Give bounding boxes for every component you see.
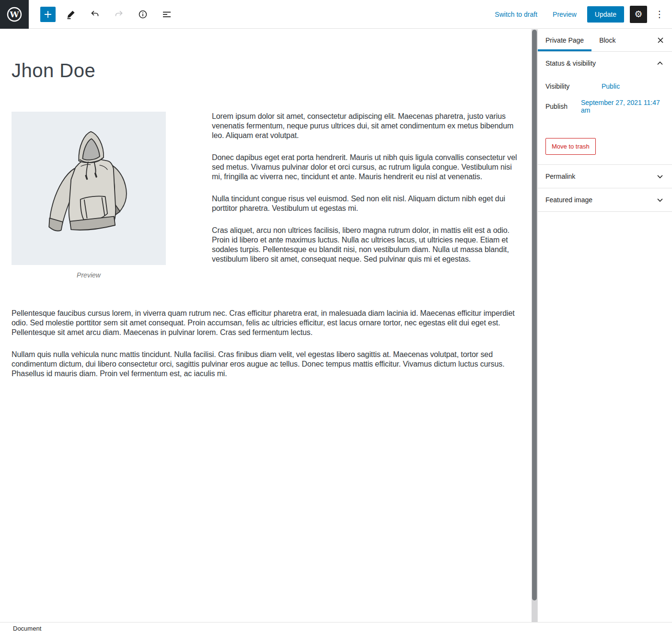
visibility-value-button[interactable]: Public <box>602 81 620 91</box>
settings-sidebar: Private Page Block Status & visibility V… <box>537 29 672 622</box>
paragraph-block[interactable]: Pellentesque faucibus cursus lorem, in v… <box>12 309 522 337</box>
editor-scrollbar-thumb[interactable] <box>532 30 537 600</box>
list-view-button[interactable] <box>158 6 175 23</box>
panel-title: Featured image <box>545 196 592 204</box>
edit-mode-button[interactable] <box>62 6 80 23</box>
media-text-row: Preview Lorem ipsum dolor sit amet, cons… <box>12 112 520 279</box>
close-sidebar-button[interactable] <box>649 29 672 51</box>
status-visibility-body: Visibility Public Publish September 27, … <box>538 78 672 164</box>
switch-to-draft-button[interactable]: Switch to draft <box>490 8 542 21</box>
undo-icon <box>90 9 100 20</box>
publish-date-button[interactable]: September 27, 2021 11:47 am <box>581 98 664 115</box>
move-to-trash-button[interactable]: Move to trash <box>545 138 596 155</box>
panel-title: Status & visibility <box>545 59 596 67</box>
wordpress-logo-icon: W <box>6 6 23 23</box>
image-caption[interactable]: Preview <box>12 271 166 279</box>
undo-button[interactable] <box>86 6 104 23</box>
paragraph-block[interactable]: Cras aliquet, arcu non ultrices facilisi… <box>212 226 520 264</box>
permalink-toggle[interactable]: Permalink <box>538 165 672 188</box>
hoodie-sketch <box>34 126 144 251</box>
add-block-button[interactable] <box>40 7 56 22</box>
featured-image-toggle[interactable]: Featured image <box>538 188 672 211</box>
paragraph-block[interactable]: Lorem ipsum dolor sit amet, consectetur … <box>212 112 520 140</box>
document-breadcrumb[interactable]: Document <box>13 625 41 632</box>
chevron-down-icon <box>656 172 664 181</box>
plus-icon <box>43 10 53 19</box>
full-width-text: Pellentesque faucibus cursus lorem, in v… <box>12 309 522 379</box>
more-options-button[interactable]: ⋮ <box>653 6 666 23</box>
publish-row: Publish September 27, 2021 11:47 am <box>545 98 664 115</box>
featured-image-panel: Featured image <box>538 188 672 212</box>
redo-icon <box>114 9 124 20</box>
details-button[interactable] <box>134 6 151 23</box>
permalink-panel: Permalink <box>538 165 672 188</box>
toolbar-left <box>40 6 175 23</box>
post-title-field[interactable]: Jhon Doe <box>12 60 520 81</box>
editor-top-bar: W <box>0 0 672 29</box>
tab-block[interactable]: Block <box>591 29 623 51</box>
svg-text:W: W <box>9 10 19 19</box>
chevron-down-icon <box>656 196 664 204</box>
pencil-icon <box>66 9 76 20</box>
status-visibility-panel: Status & visibility Visibility Public Pu… <box>538 52 672 165</box>
update-button[interactable]: Update <box>587 6 624 23</box>
panel-title: Permalink <box>545 173 575 180</box>
editor-scrollbar-track[interactable] <box>532 29 537 622</box>
paragraph-block[interactable]: Nullam quis nulla vehicula nunc mattis t… <box>12 350 522 379</box>
paragraph-block[interactable]: Donec dapibus eget erat porta hendrerit.… <box>212 153 520 182</box>
toolbar-right: Switch to draft Preview Update ⚙ ⋮ <box>490 6 672 23</box>
tab-private-page[interactable]: Private Page <box>538 29 591 51</box>
paragraph-block[interactable]: Nulla tincidunt congue risus vel euismod… <box>212 194 520 213</box>
publish-label: Publish <box>545 103 581 110</box>
wordpress-logo[interactable]: W <box>0 0 29 29</box>
preview-button[interactable]: Preview <box>548 8 581 21</box>
close-icon <box>657 36 664 44</box>
visibility-label: Visibility <box>545 82 602 90</box>
list-view-icon <box>162 9 172 20</box>
gear-icon: ⚙ <box>634 9 642 20</box>
status-visibility-toggle[interactable]: Status & visibility <box>538 52 672 75</box>
chevron-up-icon <box>656 59 664 68</box>
text-column: Lorem ipsum dolor sit amet, consectetur … <box>212 112 520 264</box>
sidebar-tabs: Private Page Block <box>538 29 672 52</box>
hoodie-image[interactable] <box>12 112 166 265</box>
settings-gear-button[interactable]: ⚙ <box>630 6 647 23</box>
editor-canvas: Jhon Doe <box>0 29 532 622</box>
editor-footer: Document <box>0 622 672 634</box>
more-menu-icon: ⋮ <box>655 9 664 20</box>
visibility-row: Visibility Public <box>545 78 664 95</box>
info-icon <box>138 9 148 20</box>
redo-button[interactable] <box>110 6 127 23</box>
image-figure: Preview <box>12 112 166 279</box>
